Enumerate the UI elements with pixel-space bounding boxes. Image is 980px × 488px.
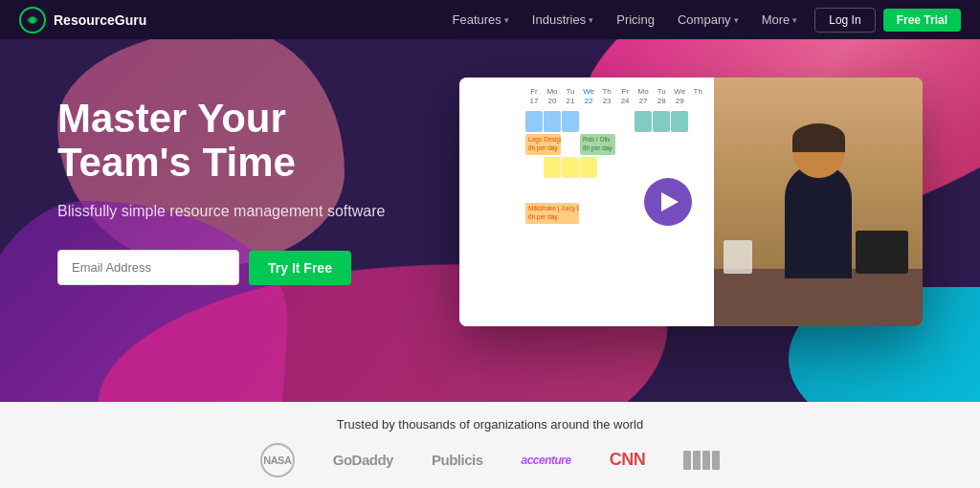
cal-row-1 <box>467 111 706 132</box>
col-mo20: Mo20 <box>544 85 561 107</box>
hero-right: Fr17 Mo20 Tu21 We22 Th23 Fr24 Mo27 Tu28 … <box>459 78 923 326</box>
preview-container: Fr17 Mo20 Tu21 We22 Th23 Fr24 Mo27 Tu28 … <box>459 78 923 326</box>
logo-text: ResourceGuru <box>54 12 146 28</box>
col-fr17: Fr17 <box>525 85 543 107</box>
cal-empty <box>467 85 524 107</box>
trusted-logos: NASA GoDaddy Publicis accenture CNN <box>260 443 720 477</box>
trusted-heading: Trusted by thousands of organizations ar… <box>337 417 643 432</box>
nav-links: Features ▾ Industries ▾ Pricing Company … <box>443 7 808 33</box>
preview-photo <box>714 78 923 326</box>
hero-left: Master Your Team's Time Blissfully simpl… <box>57 78 421 285</box>
col-th30: Th <box>689 85 706 107</box>
svg-point-1 <box>30 17 35 23</box>
logo[interactable]: ResourceGuru <box>19 7 146 33</box>
more-chevron-icon: ▾ <box>792 15 797 25</box>
play-button[interactable] <box>644 178 692 226</box>
extra-logo <box>683 451 720 470</box>
col-we29: We29 <box>671 85 688 107</box>
logo-icon <box>19 7 46 33</box>
accenture-logo: accenture <box>522 454 571 467</box>
hero-subtitle: Blissfully simple resource management so… <box>57 200 421 223</box>
try-free-button[interactable]: Try It Free <box>249 251 351 285</box>
cal-row-2: Logo Design | Integ...8h per day Rob / O… <box>467 134 706 155</box>
trusted-section: Trusted by thousands of organizations ar… <box>0 402 980 488</box>
col-fr24: Fr24 <box>616 85 634 107</box>
company-chevron-icon: ▾ <box>734 15 739 25</box>
hero-title: Master Your Team's Time <box>57 97 421 185</box>
nav-more[interactable]: More ▾ <box>752 7 808 33</box>
col-we22: We22 <box>580 85 597 107</box>
col-tu28: Tu28 <box>653 85 670 107</box>
play-icon <box>661 192 679 211</box>
nav-industries[interactable]: Industries ▾ <box>523 7 603 33</box>
nav-features[interactable]: Features ▾ <box>443 7 519 33</box>
free-trial-button[interactable]: Free Trial <box>883 9 961 32</box>
publicis-logo: Publicis <box>432 452 483 468</box>
nasa-logo: NASA <box>260 443 295 477</box>
cal-row-3 <box>467 157 706 178</box>
login-button[interactable]: Log In <box>814 8 875 33</box>
cnn-logo: CNN <box>610 450 646 470</box>
nav-company[interactable]: Company ▾ <box>668 7 748 33</box>
navbar: ResourceGuru Features ▾ Industries ▾ Pri… <box>0 0 980 39</box>
cal-header: Fr17 Mo20 Tu21 We22 Th23 Fr24 Mo27 Tu28 … <box>467 85 706 107</box>
features-chevron-icon: ▾ <box>504 15 509 25</box>
col-tu21: Tu21 <box>562 85 579 107</box>
industries-chevron-icon: ▾ <box>589 15 593 25</box>
nav-actions: Log In Free Trial <box>814 8 961 33</box>
email-input[interactable] <box>57 250 239 285</box>
col-mo27: Mo27 <box>635 85 652 107</box>
email-form: Try It Free <box>57 250 421 285</box>
nav-pricing[interactable]: Pricing <box>607 7 664 33</box>
godaddy-logo: GoDaddy <box>333 452 393 468</box>
col-th23: Th23 <box>598 85 615 107</box>
